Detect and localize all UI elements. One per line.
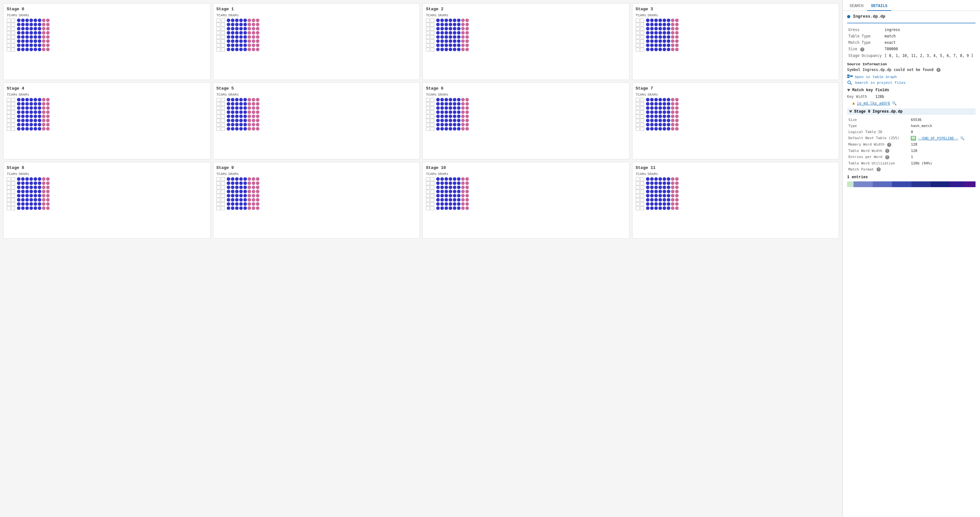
stage-card-0[interactable]: Stage 0TCAMs SRAMs <box>3 3 210 80</box>
sram-row <box>436 102 469 106</box>
sram-cell <box>453 177 457 181</box>
stage-card-3[interactable]: Stage 3TCAMs SRAMs <box>632 3 839 80</box>
tcam-column <box>636 19 640 51</box>
tcam-cell <box>640 31 644 35</box>
next-table-zoom-icon[interactable]: 🔍 <box>960 136 965 140</box>
sram-cell <box>231 19 234 22</box>
sram-cell <box>21 40 25 43</box>
sram-cell <box>42 48 46 51</box>
sram-cell <box>650 198 654 201</box>
stage-card-6[interactable]: Stage 6TCAMs SRAMs <box>422 82 630 159</box>
search-project-link[interactable]: Search in project files <box>847 80 975 85</box>
sram-cell <box>256 181 259 185</box>
sram-cell <box>457 127 461 130</box>
sram-cell <box>667 190 670 193</box>
sram-cell <box>449 127 452 130</box>
stage-content <box>636 98 836 131</box>
sram-row <box>646 23 679 26</box>
mem-word-help-icon[interactable]: ? <box>887 143 891 147</box>
sram-cell <box>252 119 255 122</box>
tab-search[interactable]: SEARCH <box>846 2 867 11</box>
tcam-cell <box>221 48 225 51</box>
sram-cell <box>231 198 234 201</box>
left-panel: Stage 0TCAMs SRAMsStage 1TCAMs SRAMsStag… <box>0 0 842 517</box>
table-word-util-value: 120b (94%) <box>910 160 975 167</box>
sram-cell <box>25 181 29 185</box>
stage-card-11[interactable]: Stage 11TCAMs SRAMs <box>632 162 839 239</box>
tcam-cell <box>430 48 434 51</box>
sram-cell <box>17 110 21 114</box>
stage-card-5[interactable]: Stage 5TCAMs SRAMs <box>213 82 420 159</box>
entries-per-word-help-icon[interactable]: ? <box>885 155 889 159</box>
tcam-cell <box>216 127 220 131</box>
tcam-cell <box>426 119 430 122</box>
tab-details[interactable]: DETAILS <box>867 2 891 11</box>
tcam-cell <box>430 19 434 22</box>
sram-cell <box>646 114 649 118</box>
sram-cell <box>457 206 461 210</box>
tcam-cell <box>216 198 220 202</box>
stage-card-1[interactable]: Stage 1TCAMs SRAMs <box>213 3 420 80</box>
sram-cell <box>38 119 41 122</box>
sram-cell <box>441 127 444 130</box>
symbol-help-icon[interactable]: ? <box>937 68 940 72</box>
match-key-link[interactable]: ig_md.lkp_addr6 <box>857 101 890 106</box>
stage-content <box>216 19 417 51</box>
sram-area <box>436 98 469 130</box>
sram-cell <box>252 202 255 206</box>
stage-card-4[interactable]: Stage 4TCAMs SRAMs <box>3 82 210 159</box>
table-row: Table Word Utilization 120b (94%) <box>847 160 975 167</box>
sram-cell <box>646 186 649 189</box>
sram-cell <box>663 35 666 39</box>
stage-collapse-icon[interactable] <box>849 110 852 113</box>
table-word-value: 128 <box>910 148 975 154</box>
zoom-icon[interactable]: 🔍 <box>892 101 897 106</box>
tcam-cell <box>7 23 11 27</box>
sram-cell <box>646 31 649 35</box>
stage-title: Stage 2 <box>426 7 626 11</box>
match-format-help-icon[interactable]: ? <box>877 167 881 171</box>
sram-cell <box>453 40 457 43</box>
sram-cell <box>461 35 465 39</box>
sram-cell <box>227 31 230 35</box>
sram-cell <box>248 110 251 114</box>
tcam-cell <box>640 194 644 198</box>
sram-cell <box>231 31 234 35</box>
bar-segment <box>912 181 931 187</box>
tcam-cell <box>7 106 11 110</box>
stage-card-2[interactable]: Stage 2TCAMs SRAMs <box>422 3 630 80</box>
sram-cell <box>650 48 654 51</box>
table-word-help-icon[interactable]: ? <box>885 149 889 153</box>
tcam-cell <box>221 177 225 181</box>
sram-cell <box>654 23 658 26</box>
sram-cell <box>667 23 670 26</box>
sram-cell <box>227 43 230 47</box>
sram-cell <box>436 35 440 39</box>
open-table-graph-link[interactable]: Open in Table Graph <box>847 75 975 79</box>
size-help-icon[interactable]: ? <box>860 48 864 51</box>
stage-card-9[interactable]: Stage 9TCAMs SRAMs <box>213 162 420 239</box>
stage-card-10[interactable]: Stage 10TCAMs SRAMs <box>422 162 630 239</box>
sram-cell <box>231 202 234 206</box>
stage-card-7[interactable]: Stage 7TCAMs SRAMs <box>632 82 839 159</box>
sram-cell <box>38 177 41 181</box>
tcam-area <box>7 177 15 210</box>
tcam-column <box>426 19 430 51</box>
sram-cell <box>646 127 649 130</box>
sram-row <box>227 31 259 35</box>
sram-cell <box>667 181 670 185</box>
sram-cell <box>461 194 465 197</box>
collapse-icon[interactable] <box>847 89 850 92</box>
sram-cell <box>29 23 33 26</box>
sram-cell <box>453 127 457 130</box>
sram-cell <box>654 202 658 206</box>
sram-cell <box>453 98 457 101</box>
end-pipeline-link[interactable]: --END_OF_PIPELINE-- <box>918 136 958 140</box>
stage-card-8[interactable]: Stage 8TCAMs SRAMs <box>3 162 210 239</box>
stage-title: Stage 9 <box>216 165 417 170</box>
sram-cell <box>29 31 33 35</box>
sram-cell <box>654 198 658 201</box>
sram-cell <box>256 119 259 122</box>
stage-occ-label: Stage Occupancy <box>847 52 883 59</box>
sram-cell <box>33 114 37 118</box>
